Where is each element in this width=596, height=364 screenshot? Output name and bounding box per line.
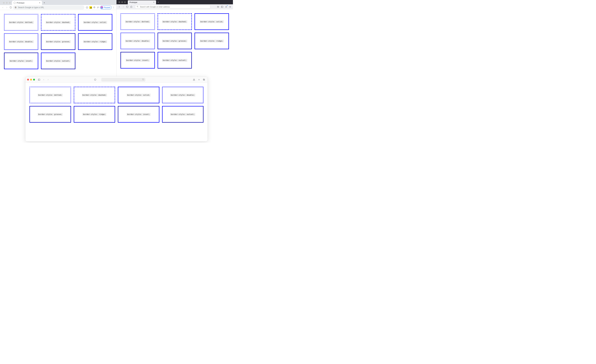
- safari-toolbar-right: [192, 78, 206, 82]
- code-label: border-style: double;: [125, 40, 150, 42]
- back-icon[interactable]: [42, 78, 45, 82]
- border-style-dotted-box: border-style: dotted;: [120, 13, 155, 30]
- forward-icon[interactable]: [121, 5, 125, 9]
- safari-toolbar: [25, 77, 208, 83]
- firefox-toolbar-right: [216, 5, 232, 9]
- safari-browser-window: border-style: dotted; border-style: dash…: [25, 76, 208, 141]
- border-style-dashed-box: border-style: dashed;: [157, 13, 192, 30]
- reload-icon[interactable]: [142, 79, 144, 81]
- forward-icon[interactable]: [46, 78, 50, 82]
- svg-rect-8: [221, 6, 223, 7]
- avatar-icon: [100, 6, 103, 9]
- code-label: border-style: inset;: [127, 113, 151, 116]
- firefox-browser-window: Prototype × + Search with Google or ente…: [117, 0, 233, 76]
- code-label: border-style: dotted;: [37, 94, 63, 97]
- kebab-menu-icon[interactable]: [112, 6, 115, 9]
- reading-list-icon[interactable]: [96, 6, 100, 9]
- new-tab-button[interactable]: +: [42, 1, 47, 5]
- traffic-light-zoom[interactable]: [124, 1, 126, 3]
- sidebar-icon[interactable]: [220, 5, 224, 9]
- forward-icon[interactable]: [5, 6, 9, 9]
- code-label: border-style: outset;: [162, 59, 187, 62]
- extensions-icon[interactable]: [93, 6, 96, 9]
- paused-label: Paused: [104, 7, 110, 8]
- svg-point-5: [113, 8, 114, 8]
- svg-point-10: [226, 6, 227, 7]
- firefox-page-content: border-style: dotted; border-style: dash…: [117, 9, 233, 73]
- svg-rect-11: [38, 79, 40, 80]
- chrome-toolbar: G Search Google or type a URL JS Paused: [0, 5, 116, 10]
- traffic-light-zoom[interactable]: [9, 2, 11, 4]
- tabs-overview-icon[interactable]: [202, 78, 206, 82]
- browser-tab[interactable]: Prototype ×: [12, 1, 42, 5]
- border-style-dashed-box: border-style: dashed;: [74, 87, 115, 103]
- reload-icon[interactable]: [9, 6, 13, 9]
- code-label: border-style: ridge;: [200, 40, 224, 42]
- border-style-groove-box: border-style: groove;: [157, 33, 192, 49]
- sidebar-toggle-icon[interactable]: [37, 78, 41, 82]
- border-style-ridge-box: border-style: ridge;: [78, 33, 112, 50]
- library-icon[interactable]: [216, 5, 220, 9]
- chrome-page-content: border-style: dotted; border-style: dash…: [0, 10, 116, 73]
- new-tab-icon[interactable]: [197, 78, 201, 82]
- window-control-dots: [117, 0, 128, 4]
- urlbar-placeholder: Search with Google or enter address: [140, 6, 170, 8]
- profile-paused-chip[interactable]: Paused: [100, 6, 112, 9]
- back-icon[interactable]: [1, 6, 5, 9]
- firefox-urlbar[interactable]: Search with Google or enter address: [135, 5, 210, 9]
- traffic-light-minimize[interactable]: [121, 1, 123, 3]
- hamburger-menu-icon[interactable]: [228, 5, 232, 9]
- privacy-shield-icon[interactable]: [93, 78, 97, 82]
- back-icon[interactable]: [118, 5, 121, 9]
- js-debug-icon[interactable]: JS: [89, 6, 92, 9]
- border-style-dotted-box: border-style: dotted;: [30, 87, 71, 103]
- traffic-light-close[interactable]: [27, 79, 29, 81]
- border-style-double-box: border-style: double;: [4, 33, 38, 50]
- code-label: border-style: outset;: [45, 59, 71, 62]
- close-tab-icon[interactable]: ×: [153, 1, 154, 3]
- border-style-ridge-box: border-style: ridge;: [74, 106, 115, 123]
- code-label: border-style: dotted;: [125, 20, 150, 23]
- safari-nav-buttons: [42, 78, 50, 82]
- traffic-light-minimize[interactable]: [30, 79, 32, 81]
- svg-rect-15: [203, 79, 204, 80]
- account-icon[interactable]: [224, 5, 228, 9]
- border-style-outset-box: border-style: outset;: [41, 52, 75, 69]
- chrome-browser-window: Prototype × + G Search Google or type a …: [0, 0, 117, 76]
- svg-point-6: [137, 6, 138, 7]
- traffic-light-zoom[interactable]: [33, 79, 35, 81]
- chrome-tab-strip: Prototype × +: [0, 0, 116, 5]
- search-icon: [137, 6, 139, 8]
- code-label: border-style: solid;: [127, 94, 151, 97]
- chrome-omnibox[interactable]: G Search Google or type a URL: [13, 6, 84, 9]
- home-icon[interactable]: [129, 5, 133, 9]
- code-label: border-style: solid;: [200, 20, 224, 23]
- svg-line-7: [138, 7, 138, 7]
- safari-urlbar[interactable]: [101, 78, 145, 82]
- code-label: border-style: dashed;: [162, 20, 187, 23]
- browser-tab[interactable]: Prototype ×: [128, 0, 156, 4]
- chrome-toolbar-right: JS Paused: [85, 6, 115, 9]
- page-info-icon[interactable]: [85, 6, 89, 9]
- border-style-inset-box: border-style: inset;: [118, 106, 159, 123]
- new-tab-button[interactable]: +: [156, 0, 160, 4]
- share-icon[interactable]: [192, 78, 196, 82]
- svg-rect-14: [203, 79, 205, 80]
- border-style-ridge-box: border-style: ridge;: [194, 33, 229, 49]
- omnibox-placeholder: Search Google or type a URL: [18, 6, 44, 9]
- border-style-double-box: border-style: double;: [120, 33, 155, 49]
- traffic-light-close[interactable]: [3, 2, 5, 4]
- traffic-light-minimize[interactable]: [6, 2, 8, 4]
- code-label: border-style: inset;: [126, 59, 149, 62]
- google-icon: G: [15, 6, 17, 9]
- safari-page-content: border-style: dotted; border-style: dash…: [25, 83, 208, 126]
- code-label: border-style: dashed;: [45, 21, 71, 24]
- close-tab-icon[interactable]: ×: [39, 2, 40, 4]
- window-control-dots: [2, 2, 12, 5]
- border-style-dotted-box: border-style: dotted;: [4, 14, 38, 31]
- border-style-solid-box: border-style: solid;: [118, 87, 159, 103]
- reload-icon[interactable]: [126, 5, 129, 9]
- code-label: border-style: groove;: [37, 113, 63, 116]
- traffic-light-close[interactable]: [119, 1, 120, 3]
- code-label: border-style: ridge;: [82, 113, 106, 116]
